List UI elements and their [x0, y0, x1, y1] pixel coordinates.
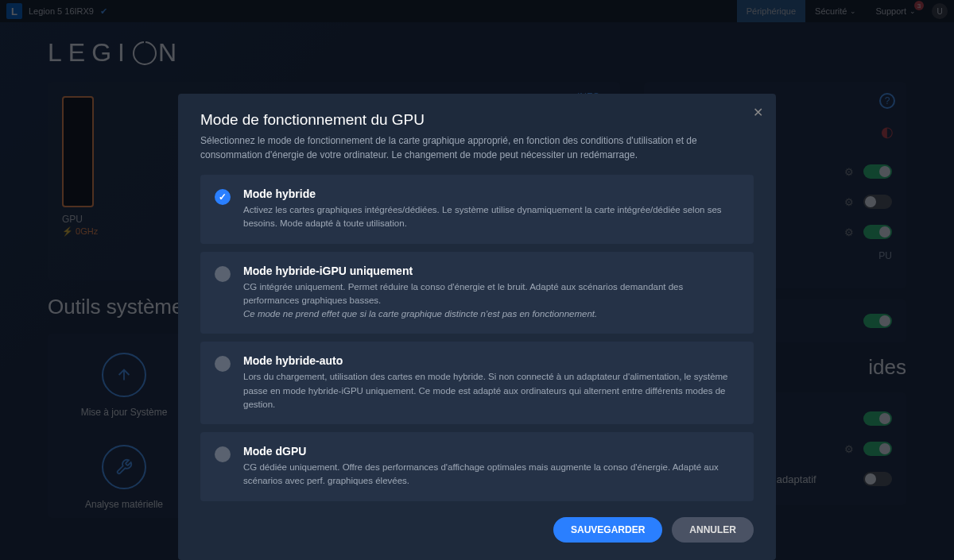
save-button[interactable]: SAUVEGARDER [553, 517, 662, 543]
cancel-button[interactable]: ANNULER [672, 517, 754, 543]
radio-icon [215, 446, 231, 462]
option-hybrid[interactable]: Mode hybride Activez les cartes graphiqu… [200, 175, 754, 244]
gpu-mode-modal: ✕ Mode de fonctionnement du GPU Sélectio… [178, 94, 776, 560]
close-icon[interactable]: ✕ [753, 105, 763, 120]
radio-icon [215, 266, 231, 282]
modal-subtitle: Sélectionnez le mode de fonctionnement d… [200, 133, 754, 162]
radio-checked-icon [215, 189, 231, 205]
modal-backdrop[interactable]: ✕ Mode de fonctionnement du GPU Sélectio… [0, 0, 954, 560]
radio-icon [215, 356, 231, 372]
option-igpu-only[interactable]: Mode hybride-iGPU uniquement CG intégrée… [200, 252, 754, 334]
modal-title: Mode de fonctionnement du GPU [200, 111, 754, 129]
option-dgpu[interactable]: Mode dGPU CG dédiée uniquement. Offre de… [200, 432, 754, 501]
option-hybrid-auto[interactable]: Mode hybride-auto Lors du chargement, ut… [200, 342, 754, 424]
